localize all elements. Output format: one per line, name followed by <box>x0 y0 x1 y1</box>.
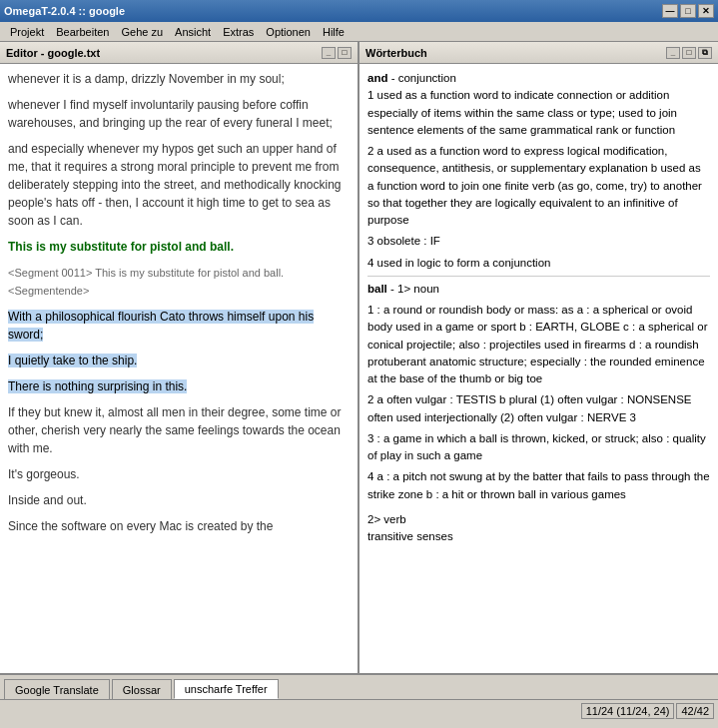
editor-panel: Editor - google.txt _ □ whenever it is a… <box>0 42 359 673</box>
editor-para-bold: This is my substitute for pistol and bal… <box>8 238 350 256</box>
menu-hilfe[interactable]: Hilfe <box>317 24 351 40</box>
editor-para-2: whenever I find myself involuntarily pau… <box>8 96 350 132</box>
tab-unscharfe-treffer-label: unscharfe Treffer <box>185 683 268 695</box>
dict-def-and-2: 2 a used as a function word to express l… <box>367 143 710 229</box>
editor-highlighted-3: There is nothing surprising in this. <box>8 379 187 393</box>
editor-segment: <Segment 0011> This is my substitute for… <box>8 264 350 300</box>
menu-optionen[interactable]: Optionen <box>260 24 317 40</box>
dict-def-and-1: 1 used as a function word to indicate co… <box>367 87 710 139</box>
dict-def-ball-3: 3 : a game in which a ball is thrown, ki… <box>367 430 710 465</box>
dict-word-and-label: and <box>367 72 387 84</box>
editor-para-7: If they but knew it, almost all men in t… <box>8 403 350 457</box>
bottom-area: Google Translate Glossar unscharfe Treff… <box>0 673 718 728</box>
editor-header-buttons: _ □ <box>322 47 352 59</box>
dict-entry-ball: ball - 1> noun 1 : a round or roundish b… <box>367 281 710 546</box>
dict-divider <box>367 276 710 277</box>
dict-def-ball-1: 1 : a round or roundish body or mass: as… <box>367 302 710 387</box>
editor-text-8: It's gorgeous. <box>8 467 80 481</box>
dict-title: Wörterbuch <box>365 47 427 59</box>
dict-maximize-btn[interactable]: □ <box>682 47 696 59</box>
editor-para-9: Inside and out. <box>8 491 350 509</box>
editor-text-10: Since the software on every Mac is creat… <box>8 519 273 533</box>
dict-def-ball-transitive: transitive senses <box>367 528 710 545</box>
segment-total: 42/42 <box>676 703 714 719</box>
menu-ansicht[interactable]: Ansicht <box>169 24 217 40</box>
dict-def-and-3: 3 obsolete : IF <box>367 233 710 250</box>
editor-text-1: whenever it is a damp, drizzly November … <box>8 72 285 86</box>
main-area: Editor - google.txt _ □ whenever it is a… <box>0 42 718 673</box>
dict-restore-btn[interactable]: ⧉ <box>698 47 712 59</box>
tab-google-translate-label: Google Translate <box>15 684 99 696</box>
dict-def-and-4: 4 used in logic to form a conjunction <box>367 255 710 272</box>
editor-highlighted-1: With a philosophical flourish Cato throw… <box>8 310 314 342</box>
minimize-button[interactable]: — <box>662 4 678 18</box>
dict-def-ball-4: 4 a : a pitch not swung at by the batter… <box>367 468 710 503</box>
editor-content[interactable]: whenever it is a damp, drizzly November … <box>0 64 358 673</box>
dict-content[interactable]: and - conjunction 1 used as a function w… <box>359 64 718 673</box>
close-button[interactable]: ✕ <box>698 4 714 18</box>
menu-gehe-zu[interactable]: Gehe zu <box>115 24 169 40</box>
editor-highlighted-2: I quietly take to the ship. <box>8 354 137 367</box>
editor-title: Editor - google.txt <box>6 47 100 59</box>
editor-header: Editor - google.txt _ □ <box>0 42 358 64</box>
title-bar: OmegaT-2.0.4 :: google — □ ✕ <box>0 0 718 22</box>
dict-word-ball-label: ball <box>367 283 387 295</box>
editor-para-10: Since the software on every Mac is creat… <box>8 517 350 535</box>
maximize-button[interactable]: □ <box>680 4 696 18</box>
dict-header-buttons: _ □ ⧉ <box>666 47 712 59</box>
dict-header: Wörterbuch _ □ ⧉ <box>359 42 718 64</box>
editor-para-5: I quietly take to the ship. <box>8 352 350 369</box>
tab-glossar[interactable]: Glossar <box>112 679 172 699</box>
menu-extras[interactable]: Extras <box>217 24 260 40</box>
editor-para-6: There is nothing surprising in this. <box>8 377 350 395</box>
dict-entry-and: and - conjunction 1 used as a function w… <box>367 70 710 272</box>
menu-bar: Projekt Bearbeiten Gehe zu Ansicht Extra… <box>0 22 718 42</box>
editor-para-3: and especially whenever my hypos get suc… <box>8 140 350 230</box>
app-title: OmegaT-2.0.4 :: google <box>4 5 125 17</box>
editor-para-1: whenever it is a damp, drizzly November … <box>8 70 350 88</box>
menu-projekt[interactable]: Projekt <box>4 24 50 40</box>
editor-para-8: It's gorgeous. <box>8 465 350 483</box>
dict-word-and: and - conjunction <box>367 70 710 87</box>
tabs-bar: Google Translate Glossar unscharfe Treff… <box>0 675 718 699</box>
segment-position: 11/24 (11/24, 24) <box>581 703 675 719</box>
status-bar: 11/24 (11/24, 24) 42/42 <box>0 699 718 721</box>
menu-bearbeiten[interactable]: Bearbeiten <box>50 24 115 40</box>
dict-minimize-btn[interactable]: _ <box>666 47 680 59</box>
editor-text-3: and especially whenever my hypos get suc… <box>8 142 342 228</box>
tab-google-translate[interactable]: Google Translate <box>4 679 110 699</box>
title-bar-buttons: — □ ✕ <box>662 4 714 18</box>
editor-minimize-btn[interactable]: _ <box>322 47 336 59</box>
dict-def-ball-verb: 2> verb <box>367 511 710 528</box>
dict-def-ball-2: 2 a often vulgar : TESTIS b plural (1) o… <box>367 391 710 426</box>
editor-segment-text: <Segment 0011> This is my substitute for… <box>8 267 284 297</box>
tab-glossar-label: Glossar <box>123 684 161 696</box>
dict-panel: Wörterbuch _ □ ⧉ and - conjunction 1 use… <box>359 42 718 673</box>
dict-word-ball: ball - 1> noun <box>367 281 710 298</box>
editor-para-4: With a philosophical flourish Cato throw… <box>8 308 350 344</box>
editor-text-2: whenever I find myself involuntarily pau… <box>8 98 333 130</box>
tab-unscharfe-treffer[interactable]: unscharfe Treffer <box>174 679 279 699</box>
editor-bold-text: This is my substitute for pistol and bal… <box>8 240 234 254</box>
editor-maximize-btn[interactable]: □ <box>338 47 352 59</box>
editor-text-7: If they but knew it, almost all men in t… <box>8 405 341 455</box>
editor-text-9: Inside and out. <box>8 493 87 507</box>
